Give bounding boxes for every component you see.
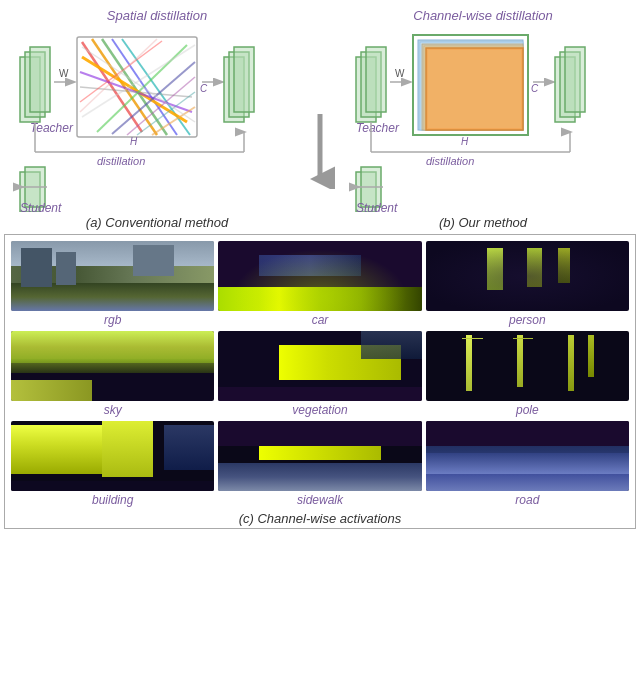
svg-text:Student: Student xyxy=(356,201,398,212)
svg-rect-29 xyxy=(234,47,254,112)
svg-text:distillation: distillation xyxy=(97,155,145,167)
activation-cell-rgb: rgb xyxy=(11,241,214,327)
spatial-distillation-svg: Teacher xyxy=(12,27,302,212)
channel-caption: (b) Our method xyxy=(439,215,527,230)
spatial-distillation-title: Spatial distillation xyxy=(107,8,207,23)
main-arrow xyxy=(305,8,335,230)
activations-grid: rgb car person xyxy=(11,241,629,507)
activation-cell-sky: sky xyxy=(11,331,214,417)
svg-text:Student: Student xyxy=(20,201,62,212)
activation-label-road: road xyxy=(515,493,539,507)
activation-img-rgb xyxy=(11,241,214,311)
activation-img-person xyxy=(426,241,629,311)
svg-text:C: C xyxy=(531,83,539,94)
activations-caption: (c) Channel-wise activations xyxy=(11,511,629,526)
activation-label-building: building xyxy=(92,493,133,507)
channel-distillation-section: Channel-wise distillation xyxy=(335,8,631,230)
svg-text:W: W xyxy=(395,68,405,79)
svg-text:W: W xyxy=(59,68,69,79)
activation-cell-car: car xyxy=(218,241,421,327)
activation-label-vegetation: vegetation xyxy=(292,403,347,417)
activation-label-sidewalk: sidewalk xyxy=(297,493,343,507)
activation-img-pole xyxy=(426,331,629,401)
activation-cell-sidewalk: sidewalk xyxy=(218,421,421,507)
svg-text:C: C xyxy=(200,83,208,94)
activations-section: rgb car person xyxy=(4,234,636,529)
svg-text:H: H xyxy=(130,136,138,147)
activation-img-road xyxy=(426,421,629,491)
activation-label-person: person xyxy=(509,313,546,327)
svg-rect-41 xyxy=(366,47,386,112)
svg-rect-57 xyxy=(565,47,585,112)
activation-img-vegetation xyxy=(218,331,421,401)
activation-label-rgb: rgb xyxy=(104,313,121,327)
activation-cell-person: person xyxy=(426,241,629,327)
spatial-caption: (a) Conventional method xyxy=(86,215,228,230)
channel-distillation-svg: Teacher W H xyxy=(348,27,618,212)
main-container: Spatial distillation Teacher xyxy=(0,0,640,689)
activation-label-sky: sky xyxy=(104,403,122,417)
spatial-distillation-section: Spatial distillation Teacher xyxy=(9,8,305,230)
svg-text:distillation: distillation xyxy=(426,155,474,167)
activation-img-car xyxy=(218,241,421,311)
activation-img-sky xyxy=(11,331,214,401)
activation-label-pole: pole xyxy=(516,403,539,417)
activation-cell-pole: pole xyxy=(426,331,629,417)
svg-rect-51 xyxy=(428,50,521,128)
svg-text:Teacher: Teacher xyxy=(356,121,400,135)
activation-label-car: car xyxy=(312,313,329,327)
activation-cell-building: building xyxy=(11,421,214,507)
svg-rect-2 xyxy=(30,47,50,112)
channel-distillation-title: Channel-wise distillation xyxy=(413,8,552,23)
activation-cell-vegetation: vegetation xyxy=(218,331,421,417)
activation-cell-road: road xyxy=(426,421,629,507)
diagrams-row: Spatial distillation Teacher xyxy=(4,8,636,230)
activation-img-sidewalk xyxy=(218,421,421,491)
activation-img-building xyxy=(11,421,214,491)
svg-text:Teacher: Teacher xyxy=(30,121,74,135)
svg-text:H: H xyxy=(461,136,469,147)
